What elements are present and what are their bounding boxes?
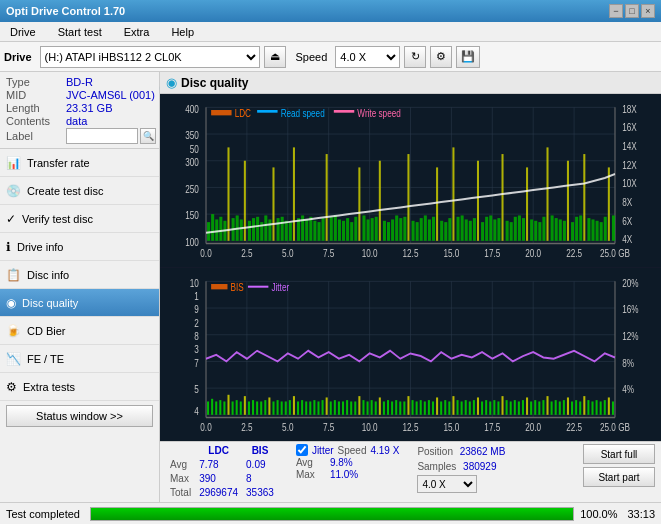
svg-rect-234: [334, 400, 336, 415]
start-part-button[interactable]: Start part: [583, 467, 655, 487]
svg-rect-297: [591, 401, 593, 414]
svg-rect-264: [457, 400, 459, 415]
svg-text:4%: 4%: [622, 383, 634, 395]
disc-quality-header-icon: ◉: [166, 75, 177, 90]
svg-rect-134: [538, 222, 541, 241]
svg-rect-140: [563, 221, 566, 241]
drive-select[interactable]: (H:) ATAPI iHBS112 2 CL0K: [40, 46, 260, 68]
avg-jitter: 9.8%: [330, 457, 353, 468]
sidebar-item-fe-te[interactable]: 📉 FE / TE: [0, 345, 159, 373]
sidebar-item-transfer-rate[interactable]: 📊 Transfer rate: [0, 149, 159, 177]
settings-button[interactable]: ⚙: [430, 46, 452, 68]
speed-select-stats[interactable]: 4.0 X: [417, 475, 477, 493]
svg-rect-105: [420, 218, 423, 241]
svg-rect-300: [604, 400, 606, 415]
svg-rect-119: [477, 161, 479, 241]
contents-value: data: [66, 115, 156, 127]
svg-rect-291: [567, 397, 569, 414]
menu-start-test[interactable]: Start test: [52, 24, 108, 40]
menu-drive[interactable]: Drive: [4, 24, 42, 40]
svg-rect-80: [317, 222, 320, 241]
jitter-label: Jitter: [312, 445, 334, 456]
stats-bar: LDC BIS Avg 7.78 0.09 Max 390 8 Total 29…: [160, 441, 661, 502]
svg-rect-124: [497, 218, 500, 241]
svg-rect-274: [497, 401, 499, 414]
eject-button[interactable]: ⏏: [264, 46, 286, 68]
svg-rect-242: [367, 401, 369, 414]
svg-text:10.0: 10.0: [362, 420, 378, 432]
menu-help[interactable]: Help: [165, 24, 200, 40]
speed-select[interactable]: 4.0 X: [335, 46, 400, 68]
svg-rect-206: [219, 400, 221, 415]
label-search-button[interactable]: 🔍: [140, 128, 156, 144]
svg-rect-216: [260, 401, 262, 414]
svg-rect-130: [522, 218, 525, 241]
save-button[interactable]: 💾: [456, 46, 480, 68]
time-label: 33:13: [627, 508, 655, 520]
sidebar-item-cd-bier[interactable]: 🍺 CD Bier: [0, 317, 159, 345]
svg-rect-247: [387, 400, 389, 415]
svg-rect-47: [211, 110, 231, 115]
svg-rect-86: [342, 221, 345, 241]
avg-label-j: Avg: [296, 457, 326, 468]
svg-rect-229: [313, 400, 315, 415]
svg-rect-240: [358, 396, 360, 415]
sidebar: Type BD-R MID JVC-AMS6L (001) Length 23.…: [0, 72, 160, 502]
svg-rect-233: [330, 401, 332, 414]
svg-rect-152: [612, 215, 615, 240]
total-label: Total: [166, 486, 195, 500]
sidebar-item-create-test-disc[interactable]: 💿 Create test disc: [0, 177, 159, 205]
svg-text:250: 250: [185, 183, 199, 195]
sidebar-item-extra-tests[interactable]: ⚙ Extra tests: [0, 373, 159, 401]
svg-rect-94: [375, 217, 378, 241]
svg-rect-210: [236, 400, 238, 415]
jitter-checkbox[interactable]: [296, 444, 308, 456]
svg-rect-284: [538, 401, 540, 414]
menu-extra[interactable]: Extra: [118, 24, 156, 40]
label-input[interactable]: [66, 128, 138, 144]
svg-rect-125: [501, 154, 503, 241]
sidebar-item-create-test-disc-label: Create test disc: [27, 185, 103, 197]
svg-rect-208: [227, 394, 229, 414]
svg-rect-275: [501, 396, 503, 415]
svg-rect-199: [211, 284, 227, 289]
speed-label-stats: Speed: [338, 445, 367, 456]
start-full-button[interactable]: Start full: [583, 444, 655, 464]
maximize-button[interactable]: □: [625, 4, 639, 18]
svg-rect-84: [334, 215, 337, 240]
stats-table: LDC BIS Avg 7.78 0.09 Max 390 8 Total 29…: [166, 444, 278, 500]
sidebar-item-disc-info[interactable]: 📋 Disc info: [0, 261, 159, 289]
sidebar-item-transfer-rate-label: Transfer rate: [27, 157, 90, 169]
minimize-button[interactable]: −: [609, 4, 623, 18]
disc-panel: Type BD-R MID JVC-AMS6L (001) Length 23.…: [0, 72, 159, 149]
svg-rect-298: [596, 400, 598, 415]
svg-rect-115: [461, 215, 464, 240]
svg-rect-126: [506, 221, 509, 241]
svg-rect-226: [301, 400, 303, 415]
svg-text:20.0: 20.0: [525, 247, 541, 259]
svg-text:2.5: 2.5: [241, 420, 252, 432]
svg-rect-102: [407, 154, 409, 241]
svg-text:300: 300: [185, 156, 199, 168]
refresh-button[interactable]: ↻: [404, 46, 426, 68]
svg-text:8: 8: [194, 329, 199, 341]
svg-rect-223: [289, 400, 291, 415]
close-button[interactable]: ×: [641, 4, 655, 18]
svg-rect-236: [342, 401, 344, 414]
sidebar-item-drive-info[interactable]: ℹ Drive info: [0, 233, 159, 261]
svg-rect-89: [354, 217, 357, 241]
svg-rect-82: [326, 154, 328, 241]
svg-text:8X: 8X: [622, 196, 633, 208]
svg-rect-263: [452, 396, 454, 415]
svg-rect-139: [559, 219, 562, 240]
svg-rect-72: [285, 221, 288, 241]
length-value: 23.31 GB: [66, 102, 156, 114]
bis-header: BIS: [242, 444, 278, 458]
sidebar-item-verify-test-disc[interactable]: ✓ Verify test disc: [0, 205, 159, 233]
svg-rect-205: [215, 401, 217, 414]
svg-text:150: 150: [185, 209, 199, 221]
samples-value: 380929: [463, 461, 496, 472]
sidebar-item-disc-quality[interactable]: ◉ Disc quality: [0, 289, 159, 317]
svg-text:4: 4: [194, 404, 199, 416]
status-window-button[interactable]: Status window >>: [6, 405, 153, 427]
